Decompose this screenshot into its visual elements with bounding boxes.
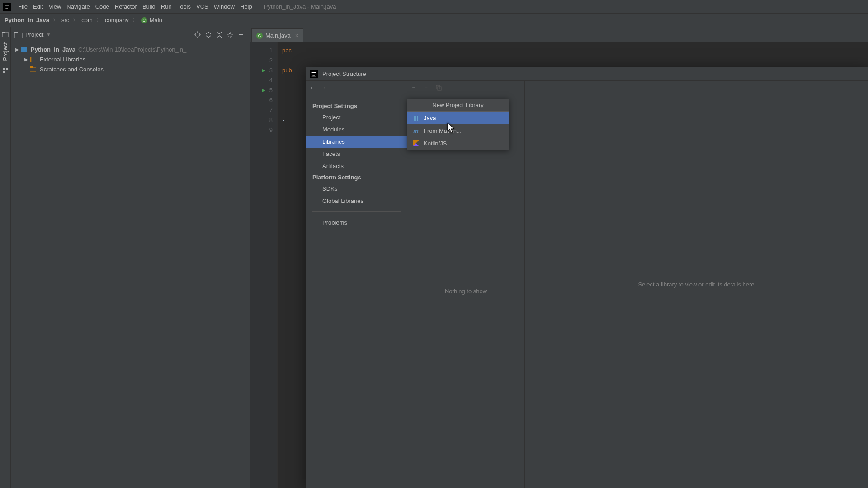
chevron-right-icon: 〉 xyxy=(129,17,141,23)
line-4: 4 xyxy=(250,75,277,85)
menu-window[interactable]: Window xyxy=(211,0,237,13)
menu-run[interactable]: Run xyxy=(158,0,175,13)
add-icon[interactable]: ＋ xyxy=(411,84,417,92)
copy-icon xyxy=(435,84,442,91)
project-tab-icon[interactable] xyxy=(2,31,9,38)
collapse-all-icon[interactable] xyxy=(214,29,225,40)
details-hint: Select a library to view or edit its det… xyxy=(638,281,754,288)
java-library-icon: ||| xyxy=(412,114,420,122)
editor-tabs: C Main.java × xyxy=(250,27,868,42)
menu-help[interactable]: Help xyxy=(237,0,255,13)
project-header: Project ▼ xyxy=(11,27,250,42)
crumb-src[interactable]: src xyxy=(61,17,69,23)
run-icon[interactable]: ▶ xyxy=(262,88,265,93)
menu-code[interactable]: Code xyxy=(93,0,112,13)
popup-item-java[interactable]: ||| Java xyxy=(407,112,509,124)
menu-navigate[interactable]: Navigate xyxy=(64,0,92,13)
svg-rect-18 xyxy=(21,47,24,48)
chevron-down-icon[interactable]: ▼ xyxy=(46,32,51,37)
gear-icon[interactable] xyxy=(225,29,236,40)
menu-build[interactable]: Build xyxy=(140,0,158,13)
svg-rect-23 xyxy=(312,76,316,76)
scratches-icon xyxy=(30,66,38,72)
line-1: 1 xyxy=(250,45,277,55)
close-icon[interactable]: × xyxy=(295,32,299,39)
svg-rect-17 xyxy=(21,47,27,52)
category-platform-settings: Platform Settings xyxy=(306,172,407,183)
editor-tab-main[interactable]: C Main.java × xyxy=(251,28,303,42)
svg-rect-22 xyxy=(312,75,315,76)
chevron-right-icon: 〉 xyxy=(49,17,61,23)
svg-rect-25 xyxy=(438,87,441,90)
menu-vcs[interactable]: VCS xyxy=(193,0,211,13)
sidebar-item-libraries[interactable]: Libraries xyxy=(306,136,407,148)
tree-external-libraries[interactable]: ▶ ||| External Libraries xyxy=(11,54,250,64)
left-tool-rail: Project xyxy=(0,27,11,488)
back-icon[interactable]: ← xyxy=(310,84,316,91)
menu-file[interactable]: File xyxy=(15,0,30,13)
crumb-project[interactable]: Python_in_Java xyxy=(5,17,49,23)
svg-rect-21 xyxy=(312,72,316,73)
menu-bar: File Edit View Navigate Code Refactor Bu… xyxy=(0,0,868,14)
crumb-com[interactable]: com xyxy=(81,17,93,23)
app-icon xyxy=(3,3,11,11)
sidebar-item-problems[interactable]: Problems xyxy=(306,216,407,229)
svg-rect-6 xyxy=(6,68,8,70)
expand-icon[interactable]: ▶ xyxy=(24,57,30,62)
expand-icon[interactable]: ▶ xyxy=(15,47,21,52)
svg-rect-9 xyxy=(14,32,18,33)
svg-rect-0 xyxy=(5,5,9,5)
dialog-details: Select a library to view or edit its det… xyxy=(525,81,868,488)
project-dropdown[interactable]: Project xyxy=(25,31,43,38)
sidebar-item-global-libraries[interactable]: Global Libraries xyxy=(306,195,407,207)
locate-icon[interactable] xyxy=(192,29,203,40)
sidebar-item-facets[interactable]: Facets xyxy=(306,148,407,160)
svg-point-15 xyxy=(229,33,231,36)
dialog-nav-toolbar: ← → xyxy=(306,81,407,94)
menu-tools[interactable]: Tools xyxy=(175,0,193,13)
class-icon: C xyxy=(256,33,263,39)
sidebar-item-artifacts[interactable]: Artifacts xyxy=(306,160,407,172)
menu-edit[interactable]: Edit xyxy=(30,0,46,13)
line-8: 8 xyxy=(250,115,277,125)
sidebar-item-project[interactable]: Project xyxy=(306,111,407,123)
svg-rect-24 xyxy=(436,85,440,89)
svg-rect-19 xyxy=(30,67,36,72)
line-7: 7 xyxy=(250,105,277,115)
sidebar-item-sdks[interactable]: SDKs xyxy=(306,183,407,195)
project-tab-label[interactable]: Project xyxy=(2,40,9,63)
library-empty-state: Nothing to show xyxy=(407,94,524,488)
line-5: ▶5 xyxy=(250,85,277,95)
project-tree: ▶ Python_in_Java C:\Users\Win 10\IdeaPro… xyxy=(11,42,250,76)
project-structure-dialog: Project Structure ← → Project Settings P… xyxy=(306,67,868,488)
line-6: 6 xyxy=(250,95,277,105)
svg-rect-2 xyxy=(5,9,9,9)
popup-item-kotlinjs[interactable]: Kotlin/JS xyxy=(407,137,509,150)
crumb-main[interactable]: CMain xyxy=(141,17,162,23)
hide-icon[interactable] xyxy=(236,29,246,40)
module-icon xyxy=(21,46,29,52)
svg-rect-5 xyxy=(3,68,5,70)
tree-root-name: Python_in_Java xyxy=(31,46,75,53)
expand-all-icon[interactable] xyxy=(203,29,214,40)
menu-view[interactable]: View xyxy=(46,0,64,13)
line-3: ▶3 xyxy=(250,65,277,75)
chevron-right-icon: 〉 xyxy=(93,17,105,23)
sidebar-item-modules[interactable]: Modules xyxy=(306,123,407,136)
editor-gutter: 1 2 ▶3 4 ▶5 6 7 8 9 xyxy=(250,42,278,488)
category-project-settings: Project Settings xyxy=(306,101,407,111)
run-icon[interactable]: ▶ xyxy=(262,68,265,73)
dialog-title-bar[interactable]: Project Structure xyxy=(306,67,868,81)
svg-rect-16 xyxy=(239,34,243,35)
structure-tab-icon[interactable] xyxy=(2,67,9,74)
menu-refactor[interactable]: Refactor xyxy=(112,0,140,13)
remove-icon: － xyxy=(423,84,429,92)
tree-scratches[interactable]: Scratches and Consoles xyxy=(11,64,250,74)
tree-root[interactable]: ▶ Python_in_Java C:\Users\Win 10\IdeaPro… xyxy=(11,44,250,54)
crumb-company[interactable]: company xyxy=(105,17,129,23)
project-tool-window: Project ▼ ▶ Python_in_Java C:\Users\Win … xyxy=(11,27,250,488)
new-library-popup: New Project Library ||| Java m From Mave… xyxy=(407,99,509,150)
popup-item-maven[interactable]: m From Maven... xyxy=(407,124,509,137)
svg-rect-7 xyxy=(3,71,5,73)
separator xyxy=(312,211,401,212)
